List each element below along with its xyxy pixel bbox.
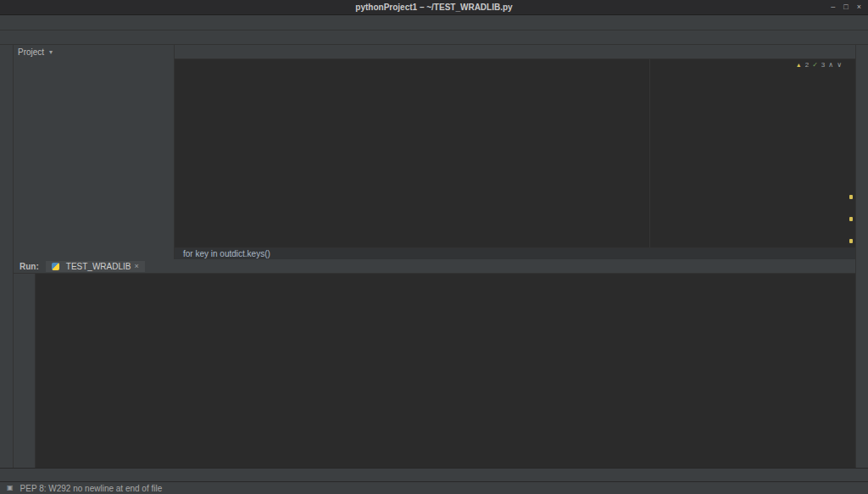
warning-triangle-icon: ▲: [796, 62, 802, 68]
typo-check-icon: ✓: [812, 61, 818, 69]
main-area: Project ▾ ▲ 2 ✓ 3: [0, 45, 868, 468]
status-bar: ▣ PEP 8: W292 no newline at end of file: [0, 481, 868, 494]
minimize-icon[interactable]: –: [831, 3, 835, 11]
run-panel-body: [14, 274, 855, 468]
run-console[interactable]: [36, 274, 855, 468]
pycharm-window: pythonProject1 – ~/TEST_WRADLIB.py –□× P…: [0, 0, 868, 494]
window-title: pythonProject1 – ~/TEST_WRADLIB.py: [355, 3, 512, 12]
project-tool-window: Project ▾: [14, 45, 175, 259]
warning-count: 2: [805, 61, 809, 69]
typo-count: 3: [821, 61, 825, 69]
maximize-icon[interactable]: □: [843, 3, 848, 11]
tool-window-bar: [0, 468, 868, 481]
project-tree: [14, 59, 174, 259]
tool-window-switcher-icon[interactable]: ▣: [7, 485, 14, 491]
upper-row: Project ▾ ▲ 2 ✓ 3: [14, 45, 855, 259]
prev-issue-icon[interactable]: ∧: [828, 61, 833, 69]
right-margin-guide: [649, 59, 650, 247]
content-column: Project ▾ ▲ 2 ✓ 3: [14, 45, 855, 468]
run-tab[interactable]: TEST_WRADLIB ×: [46, 261, 145, 272]
title-bar: pythonProject1 – ~/TEST_WRADLIB.py –□×: [0, 0, 868, 15]
scrollbar-warning-mark[interactable]: [849, 217, 853, 221]
chevron-down-icon[interactable]: ▾: [47, 48, 55, 56]
python-file-icon: [52, 263, 59, 270]
navigation-bar: [0, 31, 868, 45]
inspection-widget[interactable]: ▲ 2 ✓ 3 ∧ ∨: [796, 61, 842, 69]
close-icon[interactable]: ×: [857, 3, 861, 11]
run-left-toolbar: [14, 274, 36, 468]
scrollbar-warning-mark[interactable]: [849, 239, 853, 243]
next-issue-icon[interactable]: ∨: [837, 61, 842, 69]
editor-context-breadcrumb[interactable]: for key in outdict.keys(): [183, 249, 270, 258]
run-tool-window: Run: TEST_WRADLIB ×: [14, 259, 855, 468]
menu-bar: [0, 15, 868, 31]
run-panel-header: Run: TEST_WRADLIB ×: [14, 259, 855, 274]
right-tool-stripe: [855, 45, 868, 468]
run-tab-label: TEST_WRADLIB: [66, 262, 131, 271]
status-message: PEP 8: W292 no newline at end of file: [20, 484, 163, 493]
code-editor[interactable]: ▲ 2 ✓ 3 ∧ ∨: [175, 59, 855, 247]
left-tool-stripe: [0, 45, 14, 468]
scrollbar-warning-mark[interactable]: [849, 195, 853, 199]
window-controls: –□×: [831, 0, 861, 14]
project-panel-header: Project ▾: [14, 45, 174, 59]
editor-tab-bar: [175, 45, 855, 59]
close-icon[interactable]: ×: [134, 262, 138, 270]
editor-breadcrumb-bar[interactable]: for key in outdict.keys(): [175, 247, 855, 259]
project-panel-title[interactable]: Project: [18, 47, 44, 57]
run-panel-title: Run:: [19, 262, 39, 271]
editor-column: ▲ 2 ✓ 3 ∧ ∨ for key in outdict.: [175, 45, 855, 259]
